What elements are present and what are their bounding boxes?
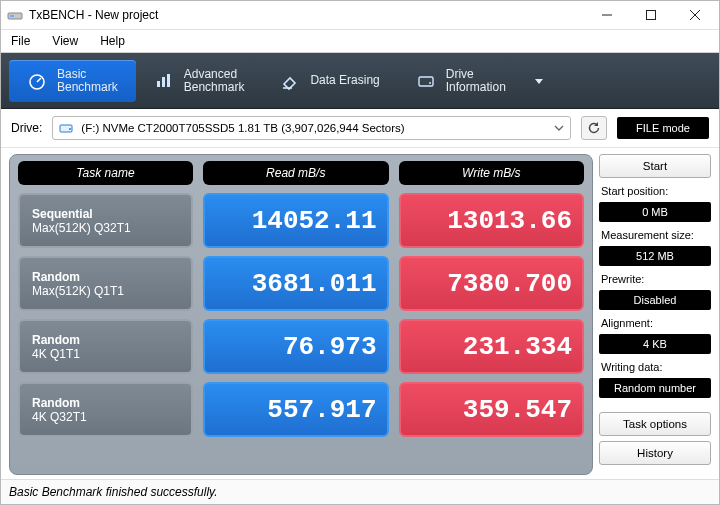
chevron-down-icon [533,75,545,87]
tab-basic-benchmark[interactable]: BasicBenchmark [9,60,136,102]
minimize-button[interactable] [585,1,629,29]
alignment-label: Alignment: [599,315,711,329]
menu-help[interactable]: Help [96,32,129,50]
table-row: Random 4K Q32T1 557.917 359.547 [18,382,584,437]
tab-label: Benchmark [184,80,245,94]
tab-label: Benchmark [57,80,118,94]
write-value: 7380.700 [399,256,585,311]
start-position-value[interactable]: 0 MB [599,202,711,222]
prewrite-value[interactable]: Disabled [599,290,711,310]
erase-icon [280,71,300,91]
chevron-down-icon [554,123,564,133]
task-cell[interactable]: Random 4K Q1T1 [18,319,193,374]
close-button[interactable] [673,1,717,29]
window-controls [585,1,717,29]
task-options-button[interactable]: Task options [599,412,711,436]
side-panel: Start Start position: 0 MB Measurement s… [597,148,719,479]
titlebar: TxBENCH - New project [1,1,719,30]
measurement-size-label: Measurement size: [599,227,711,241]
drive-select[interactable]: (F:) NVMe CT2000T705SSD5 1.81 TB (3,907,… [52,116,571,140]
read-value: 3681.011 [203,256,389,311]
drive-label: Drive: [11,121,42,135]
app-window: TxBENCH - New project File View Help Bas… [0,0,720,505]
file-mode-button[interactable]: FILE mode [617,117,709,139]
tab-drive-information[interactable]: DriveInformation [398,60,524,102]
tab-data-erasing[interactable]: Data Erasing [262,60,397,102]
table-row: Random Max(512K) Q1T1 3681.011 7380.700 [18,256,584,311]
measurement-size-value[interactable]: 512 MB [599,246,711,266]
start-position-label: Start position: [599,183,711,197]
writing-data-label: Writing data: [599,359,711,373]
svg-rect-1 [10,15,14,17]
window-title: TxBENCH - New project [29,8,585,22]
reload-button[interactable] [581,116,607,140]
read-value: 557.917 [203,382,389,437]
drive-value: (F:) NVMe CT2000T705SSD5 1.81 TB (3,907,… [81,122,548,134]
col-write: Write mB/s [399,161,585,185]
task-cell[interactable]: Random 4K Q32T1 [18,382,193,437]
start-button[interactable]: Start [599,154,711,178]
drive-icon [59,120,75,136]
history-button[interactable]: History [599,441,711,465]
svg-rect-3 [647,11,656,20]
app-icon [7,7,23,23]
menu-view[interactable]: View [48,32,82,50]
task-cell[interactable]: Random Max(512K) Q1T1 [18,256,193,311]
svg-rect-12 [419,77,433,86]
svg-marker-14 [535,79,543,84]
tab-label: Basic [57,67,86,81]
status-bar: Basic Benchmark finished successfully. [1,479,719,504]
main-panel: Task name Read mB/s Write mB/s Sequentia… [1,148,597,479]
tab-label: Drive [446,67,474,81]
tab-label: Information [446,80,506,94]
read-value: 14052.11 [203,193,389,248]
gauge-icon [27,71,47,91]
svg-rect-10 [167,74,170,87]
status-text: Basic Benchmark finished successfully. [9,485,218,499]
prewrite-label: Prewrite: [599,271,711,285]
col-task: Task name [18,161,193,185]
svg-point-16 [69,128,71,130]
content-area: Task name Read mB/s Write mB/s Sequentia… [1,148,719,479]
table-header: Task name Read mB/s Write mB/s [18,161,584,185]
table-row: Random 4K Q1T1 76.973 231.334 [18,319,584,374]
svg-point-13 [429,82,431,84]
tab-label: Advanced [184,67,237,81]
write-value: 359.547 [399,382,585,437]
write-value: 13013.66 [399,193,585,248]
alignment-value[interactable]: 4 KB [599,334,711,354]
col-read: Read mB/s [203,161,389,185]
svg-rect-8 [157,81,160,87]
tab-label: Data Erasing [310,74,379,87]
drive-bar: Drive: (F:) NVMe CT2000T705SSD5 1.81 TB … [1,109,719,148]
task-cell[interactable]: Sequential Max(512K) Q32T1 [18,193,193,248]
writing-data-value[interactable]: Random number [599,378,711,398]
read-value: 76.973 [203,319,389,374]
table-row: Sequential Max(512K) Q32T1 14052.11 1301… [18,193,584,248]
svg-line-7 [37,78,41,82]
write-value: 231.334 [399,319,585,374]
tab-advanced-benchmark[interactable]: AdvancedBenchmark [136,60,263,102]
maximize-button[interactable] [629,1,673,29]
toolbar: BasicBenchmark AdvancedBenchmark Data Er… [1,53,719,109]
toolbar-dropdown[interactable] [524,75,554,87]
bars-icon [154,71,174,91]
menu-file[interactable]: File [7,32,34,50]
menubar: File View Help [1,30,719,53]
refresh-icon [587,121,601,135]
benchmark-table: Task name Read mB/s Write mB/s Sequentia… [9,154,593,475]
drive-icon [416,71,436,91]
svg-rect-9 [162,77,165,87]
